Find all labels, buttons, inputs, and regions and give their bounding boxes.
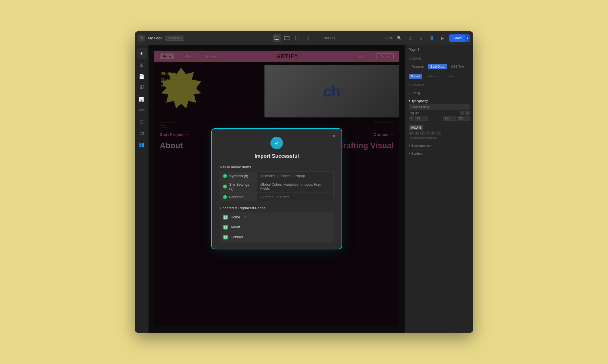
- import-success-modal: × Import Successful Newly added items: [211, 128, 342, 249]
- row-value: 3 Pages, 25 Posts: [257, 193, 334, 201]
- sidebar-pages-button[interactable]: 📄: [137, 71, 147, 81]
- row-item-label: Site Settings (5): [229, 183, 254, 191]
- page-name-label: My Page: [148, 36, 162, 40]
- structure-section-title: ▸Structure: [409, 83, 470, 87]
- focus-state-button[interactable]: → Focus: [424, 74, 440, 79]
- page-item-about: About: [220, 222, 334, 232]
- font-size-input[interactable]: [415, 116, 428, 121]
- t-control[interactable]: T: [420, 131, 425, 135]
- typography-font-display: Helvetica Neue: [409, 104, 470, 110]
- tab-css-text[interactable]: CSS Text: [448, 64, 467, 69]
- italic-button[interactable]: I: [460, 111, 464, 115]
- row-item-label: Contents: [229, 195, 243, 199]
- sidebar-grid-button[interactable]: ⊟: [137, 117, 147, 127]
- save-dropdown-chevron[interactable]: ▾: [465, 34, 470, 42]
- svg-rect-11: [224, 236, 227, 238]
- tab-reactive[interactable]: Reactive: [409, 64, 427, 69]
- page-item-icon: [223, 215, 228, 220]
- structure-section: ▸Structure: [409, 81, 470, 87]
- sizing-section-title: ▸Sizing: [409, 91, 470, 95]
- right-panel-header: Page 1: [405, 45, 473, 55]
- r-control[interactable]: R: [431, 131, 436, 135]
- pref-state-button[interactable]: → Pref: [442, 74, 455, 79]
- status-badge: Published: [165, 36, 184, 41]
- right-panel-tabs: Reactive BackDrop CSS Text: [405, 61, 473, 72]
- width-height-section: WCATI W H T L R B Prototype type section…: [409, 123, 470, 139]
- page-item-name: About: [231, 225, 240, 229]
- row-status-icon: [223, 174, 227, 178]
- letter-spacing-input[interactable]: [457, 116, 470, 121]
- updated-pages-section-title: Updated & Replaced Pages: [220, 206, 334, 210]
- sizing-section: ▸Sizing: [409, 89, 470, 95]
- sidebar-layers-button[interactable]: ⊞: [137, 60, 147, 70]
- modal-overlay: × Import Successful Newly added items: [148, 45, 405, 333]
- app-window: d My Page Published ··· 1600 px 100% 🔍: [135, 31, 473, 333]
- underline-button[interactable]: U: [465, 111, 470, 115]
- typography-size-row: X: [409, 116, 470, 121]
- svg-rect-2: [284, 36, 289, 40]
- warning-button[interactable]: ⚠: [406, 34, 414, 42]
- borders-section: ▸Borders: [409, 150, 470, 155]
- canvas-size-label: 1600 px: [323, 36, 335, 40]
- row-status-icon: [223, 195, 227, 199]
- left-sidebar: + ⊞ 📄 🖼 📊 </> ⊟ 🗃 👥: [135, 45, 148, 333]
- page-item-icon: [223, 235, 228, 239]
- right-panel-title: Page 1: [409, 48, 470, 52]
- canvas-area: Home About Services ARTIFY Rent Contact …: [148, 45, 405, 333]
- svg-rect-1: [276, 39, 278, 40]
- sidebar-analytics-button[interactable]: 📊: [137, 94, 147, 104]
- row-item-label: Symbols (8): [229, 174, 248, 178]
- row-status-icon: [223, 185, 227, 189]
- app-logo[interactable]: d: [138, 35, 145, 42]
- b-control[interactable]: B: [436, 131, 441, 135]
- tablet-view-button[interactable]: [293, 34, 301, 42]
- typography-section-title: ▾Typography: [409, 99, 470, 103]
- wh-label: WCATI: [409, 125, 423, 130]
- right-panel-content: Normal → Focus → Pref ▸Structure ▸Sizing: [405, 72, 473, 333]
- tab-backdrop[interactable]: BackDrop: [428, 64, 447, 69]
- w-control[interactable]: W: [409, 131, 414, 135]
- l-control[interactable]: L: [426, 131, 430, 135]
- play-button[interactable]: ▶: [439, 34, 446, 42]
- modal-close-button[interactable]: ×: [331, 133, 338, 140]
- backgrounds-section: ▸Backgrounds •: [409, 142, 470, 147]
- pages-list: Home ↗ About: [220, 212, 334, 242]
- wh-inputs: WCATI: [409, 125, 470, 130]
- zoom-level[interactable]: 100%: [384, 36, 393, 40]
- modal-title: Import Successful: [220, 153, 334, 159]
- save-button[interactable]: Save ▾: [449, 34, 470, 42]
- backgrounds-section-title: ▸Backgrounds •: [409, 144, 470, 147]
- mobile-view-button[interactable]: [303, 34, 311, 42]
- info-button[interactable]: ℹ: [417, 34, 425, 42]
- sidebar-add-button[interactable]: +: [137, 48, 147, 59]
- page-item-contact: Contact: [220, 232, 334, 242]
- device-switcher: ··· 1600 px: [273, 34, 335, 42]
- tablet-landscape-view-button[interactable]: [283, 34, 291, 42]
- table-row: Site Settings (5) Global Colors, Variabl…: [220, 180, 334, 193]
- sidebar-images-button[interactable]: 🖼: [137, 82, 147, 93]
- modal-success-icon: [270, 137, 283, 149]
- canvas-section-label: Canvas: [405, 55, 473, 61]
- h-control[interactable]: H: [415, 131, 420, 135]
- borders-section-title: ▸Borders: [409, 152, 470, 155]
- normal-state-button[interactable]: Normal: [409, 74, 422, 79]
- typography-weight-row: Regular I U: [409, 111, 470, 115]
- font-size-x-label: X: [409, 116, 414, 121]
- sidebar-code-button[interactable]: </>: [137, 105, 147, 115]
- sidebar-users-button[interactable]: 👥: [137, 139, 147, 150]
- line-height-input[interactable]: [443, 116, 456, 121]
- svg-rect-3: [295, 36, 299, 40]
- wh-controls: W H T L R B: [409, 131, 470, 135]
- main-content: + ⊞ 📄 🖼 📊 </> ⊟ 🗃 👥 Home About Services …: [135, 45, 473, 333]
- desktop-view-button[interactable]: [273, 34, 281, 42]
- more-options-icon[interactable]: ···: [314, 36, 321, 41]
- newly-added-table: Symbols (8) 1 Header, 1 Footer, 1 Popup …: [220, 171, 334, 201]
- sidebar-database-button[interactable]: 🗃: [137, 128, 147, 138]
- typography-style-buttons: I U: [460, 111, 470, 115]
- page-item-icon: [223, 225, 228, 229]
- newly-added-section-title: Newly added items: [220, 165, 334, 169]
- page-item-home: Home ↗: [220, 212, 334, 222]
- search-button[interactable]: 🔍: [395, 34, 403, 42]
- user-button[interactable]: 👤: [428, 34, 436, 42]
- svg-point-6: [274, 140, 280, 146]
